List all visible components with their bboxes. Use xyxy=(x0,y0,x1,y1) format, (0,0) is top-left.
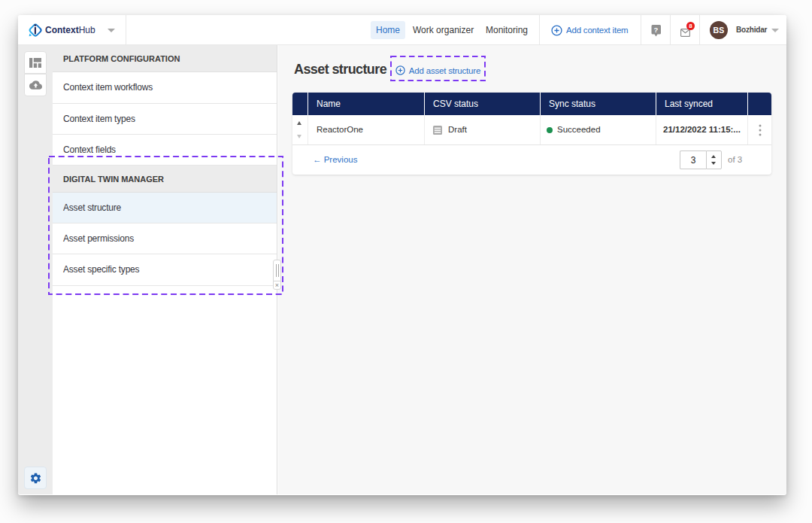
svg-text:?: ? xyxy=(654,26,659,34)
